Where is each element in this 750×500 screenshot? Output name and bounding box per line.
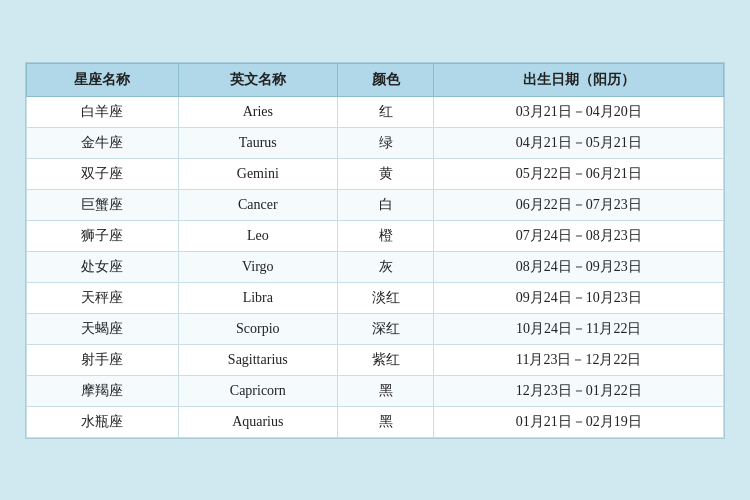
table-row: 摩羯座Capricorn黑12月23日－01月22日 bbox=[27, 375, 724, 406]
header-english-name: 英文名称 bbox=[178, 63, 337, 96]
table-row: 处女座Virgo灰08月24日－09月23日 bbox=[27, 251, 724, 282]
table-row: 巨蟹座Cancer白06月22日－07月23日 bbox=[27, 189, 724, 220]
zodiac-table-container: 星座名称 英文名称 颜色 出生日期（阳历） 白羊座Aries红03月21日－04… bbox=[25, 62, 725, 439]
zodiac-table: 星座名称 英文名称 颜色 出生日期（阳历） 白羊座Aries红03月21日－04… bbox=[26, 63, 724, 438]
table-row: 天蝎座Scorpio深红10月24日－11月22日 bbox=[27, 313, 724, 344]
cell-dates: 04月21日－05月21日 bbox=[434, 127, 724, 158]
cell-color: 橙 bbox=[337, 220, 434, 251]
cell-dates: 08月24日－09月23日 bbox=[434, 251, 724, 282]
cell-chinese: 狮子座 bbox=[27, 220, 179, 251]
table-body: 白羊座Aries红03月21日－04月20日金牛座Taurus绿04月21日－0… bbox=[27, 96, 724, 437]
table-header-row: 星座名称 英文名称 颜色 出生日期（阳历） bbox=[27, 63, 724, 96]
cell-dates: 09月24日－10月23日 bbox=[434, 282, 724, 313]
cell-dates: 10月24日－11月22日 bbox=[434, 313, 724, 344]
cell-chinese: 金牛座 bbox=[27, 127, 179, 158]
cell-chinese: 双子座 bbox=[27, 158, 179, 189]
cell-chinese: 处女座 bbox=[27, 251, 179, 282]
table-row: 狮子座Leo橙07月24日－08月23日 bbox=[27, 220, 724, 251]
table-row: 白羊座Aries红03月21日－04月20日 bbox=[27, 96, 724, 127]
cell-dates: 01月21日－02月19日 bbox=[434, 406, 724, 437]
cell-dates: 07月24日－08月23日 bbox=[434, 220, 724, 251]
table-row: 金牛座Taurus绿04月21日－05月21日 bbox=[27, 127, 724, 158]
cell-dates: 06月22日－07月23日 bbox=[434, 189, 724, 220]
cell-english: Gemini bbox=[178, 158, 337, 189]
cell-chinese: 摩羯座 bbox=[27, 375, 179, 406]
header-chinese-name: 星座名称 bbox=[27, 63, 179, 96]
cell-english: Aries bbox=[178, 96, 337, 127]
cell-chinese: 水瓶座 bbox=[27, 406, 179, 437]
cell-chinese: 白羊座 bbox=[27, 96, 179, 127]
cell-color: 灰 bbox=[337, 251, 434, 282]
cell-english: Taurus bbox=[178, 127, 337, 158]
cell-english: Aquarius bbox=[178, 406, 337, 437]
cell-english: Libra bbox=[178, 282, 337, 313]
cell-color: 淡红 bbox=[337, 282, 434, 313]
table-row: 双子座Gemini黄05月22日－06月21日 bbox=[27, 158, 724, 189]
table-row: 水瓶座Aquarius黑01月21日－02月19日 bbox=[27, 406, 724, 437]
cell-dates: 11月23日－12月22日 bbox=[434, 344, 724, 375]
cell-english: Cancer bbox=[178, 189, 337, 220]
cell-chinese: 射手座 bbox=[27, 344, 179, 375]
cell-english: Scorpio bbox=[178, 313, 337, 344]
table-row: 天秤座Libra淡红09月24日－10月23日 bbox=[27, 282, 724, 313]
cell-color: 黄 bbox=[337, 158, 434, 189]
cell-color: 绿 bbox=[337, 127, 434, 158]
cell-dates: 12月23日－01月22日 bbox=[434, 375, 724, 406]
cell-chinese: 天蝎座 bbox=[27, 313, 179, 344]
cell-color: 红 bbox=[337, 96, 434, 127]
cell-english: Capricorn bbox=[178, 375, 337, 406]
table-row: 射手座Sagittarius紫红11月23日－12月22日 bbox=[27, 344, 724, 375]
cell-color: 白 bbox=[337, 189, 434, 220]
cell-color: 紫红 bbox=[337, 344, 434, 375]
cell-english: Leo bbox=[178, 220, 337, 251]
cell-chinese: 天秤座 bbox=[27, 282, 179, 313]
cell-english: Virgo bbox=[178, 251, 337, 282]
cell-chinese: 巨蟹座 bbox=[27, 189, 179, 220]
cell-color: 黑 bbox=[337, 406, 434, 437]
cell-color: 深红 bbox=[337, 313, 434, 344]
cell-dates: 05月22日－06月21日 bbox=[434, 158, 724, 189]
cell-color: 黑 bbox=[337, 375, 434, 406]
cell-dates: 03月21日－04月20日 bbox=[434, 96, 724, 127]
header-color: 颜色 bbox=[337, 63, 434, 96]
header-dates: 出生日期（阳历） bbox=[434, 63, 724, 96]
cell-english: Sagittarius bbox=[178, 344, 337, 375]
